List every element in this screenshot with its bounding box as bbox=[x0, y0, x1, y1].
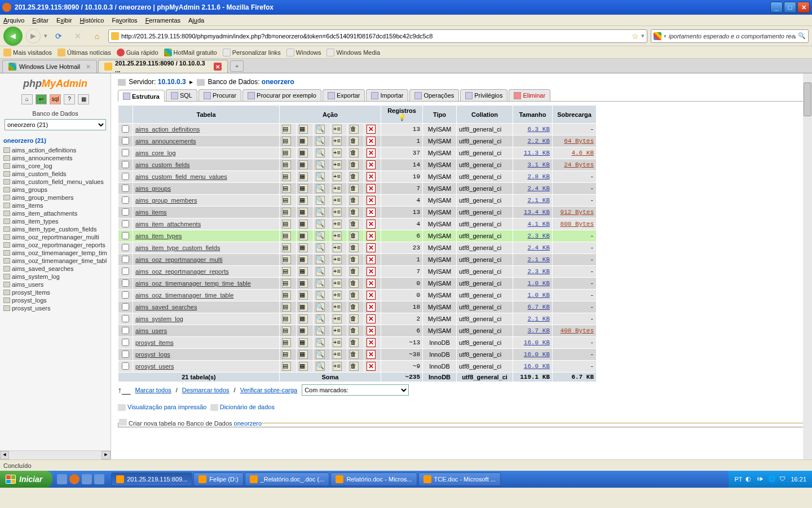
empty-icon[interactable]: 🗑 bbox=[350, 326, 359, 335]
taskbar-task[interactable]: Relatório.doc - Micros... bbox=[330, 472, 417, 486]
page-tab-procurar[interactable]: Procurar bbox=[198, 89, 241, 101]
drop-icon[interactable]: ✕ bbox=[367, 291, 376, 300]
tray-icon[interactable]: 🕪 bbox=[757, 475, 765, 483]
sidebar-table-item[interactable]: aims_groups bbox=[3, 186, 107, 194]
table-name-link[interactable]: aims_saved_searches bbox=[135, 304, 197, 310]
search-icon[interactable]: 🔍 bbox=[316, 267, 325, 276]
col-sobrecarga[interactable]: Sobrecarga bbox=[553, 106, 597, 124]
drop-icon[interactable]: ✕ bbox=[367, 137, 376, 146]
empty-icon[interactable]: 🗑 bbox=[350, 291, 359, 300]
search-box[interactable]: ▾ 🔍 bbox=[651, 29, 809, 43]
row-checkbox[interactable] bbox=[122, 173, 129, 180]
search-icon[interactable]: 🔍 bbox=[316, 220, 325, 229]
insert-icon[interactable]: +≡ bbox=[333, 267, 342, 276]
browse-icon[interactable]: ▤ bbox=[282, 220, 291, 229]
forward-button[interactable]: ► bbox=[26, 29, 41, 43]
page-tab-procurar-por-exemplo[interactable]: Procurar por exemplo bbox=[242, 89, 321, 101]
row-checkbox[interactable] bbox=[122, 279, 129, 287]
empty-icon[interactable]: 🗑 bbox=[350, 279, 359, 288]
browse-icon[interactable]: ▤ bbox=[282, 314, 291, 323]
row-checkbox[interactable] bbox=[122, 196, 129, 204]
insert-icon[interactable]: +≡ bbox=[333, 350, 342, 359]
insert-icon[interactable]: +≡ bbox=[333, 279, 342, 288]
page-tab-importar[interactable]: Importar bbox=[366, 89, 408, 101]
home-icon[interactable]: ⌂ bbox=[21, 94, 33, 104]
start-button[interactable]: Iniciar bbox=[0, 471, 52, 488]
check-all-link[interactable]: Marcar todos bbox=[135, 387, 171, 393]
browse-icon[interactable]: ▤ bbox=[282, 172, 291, 181]
sidebar-table-item[interactable]: aims_item_attachments bbox=[3, 209, 107, 217]
tab-close-icon[interactable]: ✕ bbox=[214, 63, 222, 71]
page-tab-operações[interactable]: Operações bbox=[409, 89, 459, 101]
sidebar-table-item[interactable]: aims_group_members bbox=[3, 194, 107, 202]
drop-icon[interactable]: ✕ bbox=[367, 279, 376, 288]
table-name-link[interactable]: aims_ooz_timemanager_time_table bbox=[135, 292, 233, 299]
sidebar-table-item[interactable]: aims_items bbox=[3, 202, 107, 209]
row-checkbox[interactable] bbox=[122, 362, 129, 370]
structure-icon[interactable]: ▦ bbox=[299, 338, 308, 347]
search-icon[interactable]: 🔍 bbox=[316, 196, 325, 205]
sql-icon[interactable]: sql bbox=[50, 94, 61, 104]
insert-icon[interactable]: +≡ bbox=[333, 314, 342, 323]
drop-icon[interactable]: ✕ bbox=[367, 208, 376, 217]
search-icon[interactable]: 🔍 bbox=[316, 160, 325, 169]
insert-icon[interactable]: +≡ bbox=[333, 338, 342, 347]
drop-icon[interactable]: ✕ bbox=[367, 220, 376, 229]
page-tab-privilégios[interactable]: Privilégios bbox=[460, 89, 508, 101]
menu-exibir[interactable]: Exibir bbox=[56, 17, 72, 24]
insert-icon[interactable]: +≡ bbox=[333, 291, 342, 300]
table-name-link[interactable]: aims_ooz_reportmanager_multi bbox=[135, 256, 223, 263]
close-button[interactable]: ✕ bbox=[797, 2, 810, 13]
table-name-link[interactable]: aims_system_log bbox=[135, 316, 183, 322]
insert-icon[interactable]: +≡ bbox=[333, 172, 342, 181]
col-registros[interactable]: Registros💡 bbox=[381, 106, 423, 124]
browse-icon[interactable]: ▤ bbox=[282, 267, 291, 276]
table-name-link[interactable]: aims_custom_field_menu_values bbox=[135, 173, 227, 180]
insert-icon[interactable]: +≡ bbox=[333, 243, 342, 252]
empty-icon[interactable]: 🗑 bbox=[350, 148, 359, 157]
empty-icon[interactable]: 🗑 bbox=[350, 196, 359, 205]
taskbar-task[interactable]: 201.25.219.115:809... bbox=[111, 472, 192, 486]
row-checkbox[interactable] bbox=[122, 268, 129, 275]
empty-icon[interactable]: 🗑 bbox=[350, 243, 359, 252]
sidebar-table-item[interactable]: prosyst_logs bbox=[3, 296, 107, 304]
row-checkbox[interactable] bbox=[122, 315, 129, 322]
table-name-link[interactable]: aims_ooz_timemanager_temp_time_table bbox=[135, 280, 251, 287]
bookmark-guia-rapido[interactable]: Guia rápido bbox=[117, 49, 158, 56]
search-icon[interactable]: 🔍 bbox=[316, 231, 325, 240]
structure-icon[interactable]: ▦ bbox=[299, 137, 308, 146]
browse-icon[interactable]: ▤ bbox=[282, 148, 291, 157]
structure-icon[interactable]: ▦ bbox=[299, 350, 308, 359]
drop-icon[interactable]: ✕ bbox=[367, 184, 376, 193]
home-button[interactable]: ⌂ bbox=[91, 30, 103, 42]
table-name-link[interactable]: aims_item_type_custom_fields bbox=[135, 244, 220, 251]
empty-icon[interactable]: 🗑 bbox=[350, 172, 359, 181]
search-icon[interactable]: 🔍 bbox=[316, 350, 325, 359]
col-tabela[interactable]: Tabela bbox=[133, 106, 280, 124]
sidebar-table-item[interactable]: aims_saved_searches bbox=[3, 265, 107, 273]
structure-icon[interactable]: ▦ bbox=[299, 184, 308, 193]
search-icon[interactable]: 🔍 bbox=[316, 137, 325, 146]
row-checkbox[interactable] bbox=[122, 125, 129, 133]
sidebar-table-item[interactable]: aims_action_definitions bbox=[3, 146, 107, 154]
browse-icon[interactable]: ▤ bbox=[282, 279, 291, 288]
verify-link[interactable]: Verificar sobre-carga bbox=[240, 387, 298, 393]
structure-icon[interactable]: ▦ bbox=[299, 160, 308, 169]
browse-icon[interactable]: ▤ bbox=[282, 338, 291, 347]
empty-icon[interactable]: 🗑 bbox=[350, 255, 359, 264]
tab-close-icon[interactable]: ✕ bbox=[86, 63, 91, 71]
structure-icon[interactable]: ▦ bbox=[299, 291, 308, 300]
drop-icon[interactable]: ✕ bbox=[367, 231, 376, 240]
structure-icon[interactable]: ▦ bbox=[299, 243, 308, 252]
table-name-link[interactable]: aims_groups bbox=[135, 185, 171, 192]
lang-indicator[interactable]: PT bbox=[734, 476, 742, 483]
table-name-link[interactable]: aims_group_members bbox=[135, 197, 197, 204]
search-icon[interactable]: 🔍 bbox=[316, 338, 325, 347]
sidebar-table-item[interactable]: prosyst_users bbox=[3, 304, 107, 312]
row-checkbox[interactable] bbox=[122, 220, 129, 227]
structure-icon[interactable]: ▦ bbox=[299, 220, 308, 229]
sidebar-table-item[interactable]: aims_custom_fields bbox=[3, 170, 107, 178]
back-button[interactable]: ◄ bbox=[3, 27, 23, 46]
table-name-link[interactable]: aims_item_attachments bbox=[135, 221, 201, 227]
structure-icon[interactable]: ▦ bbox=[299, 303, 308, 312]
